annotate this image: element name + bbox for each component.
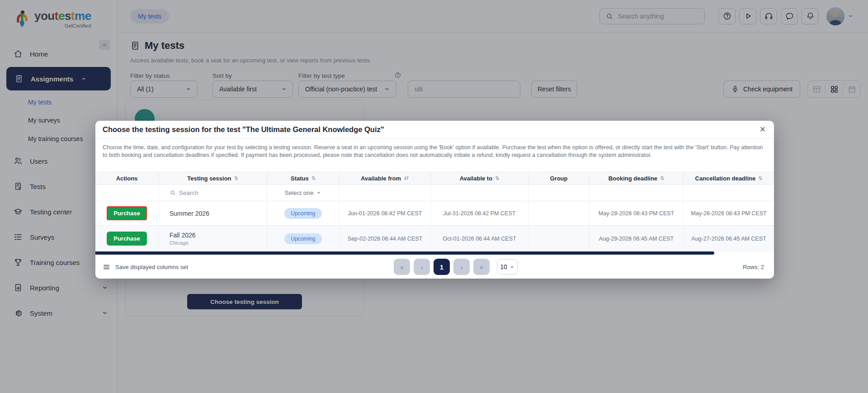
sort-icon[interactable]: ⇅ xyxy=(758,175,762,181)
status-filter-dropdown[interactable]: Select one xyxy=(285,189,322,196)
status-badge: Upcoming xyxy=(284,233,321,244)
table-row: Purchase Summer 2026 Upcoming Jun-01-202… xyxy=(95,201,774,225)
sort-icon[interactable]: ⇅ xyxy=(311,175,316,181)
chevron-down-icon xyxy=(316,190,321,195)
status-badge: Upcoming xyxy=(284,208,321,219)
purchase-button[interactable]: Purchase xyxy=(107,232,147,246)
page-size-select[interactable]: 10 xyxy=(497,259,518,275)
modal-description: Choose the time, date, and configuration… xyxy=(95,139,774,172)
session-name: Fall 2026 xyxy=(170,232,196,239)
available-to-value: Oct-01-2026 06:44 AM CEST xyxy=(431,226,528,251)
last-page-button[interactable]: » xyxy=(473,259,490,275)
table-row: Purchase Fall 2026 Chicago Upcoming Sep-… xyxy=(95,225,774,251)
first-page-button[interactable]: « xyxy=(394,259,410,275)
session-search-input[interactable] xyxy=(179,189,242,196)
horizontal-scrollbar xyxy=(95,251,774,255)
available-from-value: Sep-02-2026 06:44 AM CEST xyxy=(340,226,431,251)
rows-count: Rows: 2 xyxy=(743,264,764,270)
col-header-testing-session[interactable]: Testing session⇅ xyxy=(159,172,267,184)
hamburger-icon xyxy=(103,263,110,271)
cancellation-deadline-value: Aug-27-2026 06:45 AM CEST xyxy=(684,226,774,251)
sort-descending-icon[interactable] xyxy=(404,175,409,181)
booking-deadline-value: Aug-29-2026 06:45 AM CEST xyxy=(590,226,684,251)
col-header-group: Group xyxy=(528,172,590,184)
session-name: Summer 2026 xyxy=(170,210,209,217)
search-icon xyxy=(170,189,176,196)
group-value xyxy=(528,226,590,251)
table-header-row: Actions Testing session⇅ Status⇅ Availab… xyxy=(95,172,774,185)
next-page-button[interactable]: › xyxy=(453,259,470,275)
session-search-cell xyxy=(159,185,267,201)
col-header-available-from[interactable]: Available from xyxy=(340,172,431,184)
session-location: Chicago xyxy=(170,240,189,246)
sort-icon[interactable]: ⇅ xyxy=(495,175,499,181)
page-size-value: 10 xyxy=(500,263,507,270)
col-header-actions: Actions xyxy=(95,172,159,184)
sort-icon[interactable]: ⇅ xyxy=(234,175,238,181)
save-columns-button[interactable]: Save displayed columns set xyxy=(103,263,188,271)
testing-session-modal: Choose the testing session for the test … xyxy=(95,121,774,279)
available-from-value: Jun-01-2026 08:42 PM CEST xyxy=(340,201,431,225)
current-page-button[interactable]: 1 xyxy=(434,259,450,275)
group-value xyxy=(528,201,590,225)
available-to-value: Jul-31-2026 08:42 PM CEST xyxy=(431,201,528,225)
modal-footer: Save displayed columns set « ‹ 1 › » 10 … xyxy=(95,255,774,279)
col-header-status[interactable]: Status⇅ xyxy=(267,172,340,184)
sessions-table: Actions Testing session⇅ Status⇅ Availab… xyxy=(95,172,774,255)
prev-page-button[interactable]: ‹ xyxy=(414,259,430,275)
col-header-booking-deadline[interactable]: Booking deadline⇅ xyxy=(590,172,684,184)
pagination: « ‹ 1 › » 10 xyxy=(394,255,518,279)
cancellation-deadline-value: May-26-2026 08:43 PM CEST xyxy=(684,201,774,225)
modal-title: Choose the testing session for the test … xyxy=(103,125,384,134)
table-filter-row: Select one xyxy=(95,185,774,201)
purchase-button[interactable]: Purchase xyxy=(107,206,147,220)
modal-close-button[interactable]: ✕ xyxy=(760,126,766,133)
scrollbar-thumb[interactable] xyxy=(95,251,714,255)
close-icon: ✕ xyxy=(760,125,766,134)
col-header-cancellation-deadline[interactable]: Cancellation deadline⇅ xyxy=(684,172,774,184)
booking-deadline-value: May-28-2026 08:43 PM CEST xyxy=(590,201,684,225)
col-header-available-to[interactable]: Available to⇅ xyxy=(431,172,528,184)
sort-icon[interactable]: ⇅ xyxy=(660,175,664,181)
save-columns-label: Save displayed columns set xyxy=(115,264,188,270)
chevron-down-icon xyxy=(509,265,514,270)
